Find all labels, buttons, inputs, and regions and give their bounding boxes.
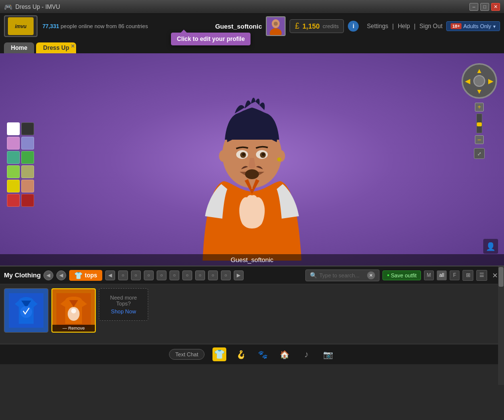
clothing-item-selected[interactable]: — Remove	[51, 288, 96, 333]
category-nav-button[interactable]: ◀	[105, 270, 115, 280]
scrollbar-thumb[interactable]	[499, 267, 504, 287]
view-list-button[interactable]: ☰	[476, 270, 487, 281]
clothing-item[interactable]	[4, 288, 48, 333]
adults-only-dropdown-arrow: ▾	[493, 24, 496, 29]
window-title: Dress Up - IMVU	[15, 3, 467, 10]
home-icon-button[interactable]: 🏠	[278, 347, 292, 361]
adults-only-selector[interactable]: 18+ Adults Only ▾	[446, 21, 500, 31]
close-button[interactable]: ✕	[491, 3, 500, 11]
person-icon[interactable]: 👤	[483, 239, 498, 254]
info-button[interactable]: i	[348, 21, 359, 32]
signout-link[interactable]: Sign Out	[420, 23, 443, 30]
clothing-panel: My Clothing ◀ ◀ 👕 tops ◀ ○ ○ ○ ○ ○ ○ ○ ○…	[0, 266, 504, 344]
size-f-button[interactable]: F	[450, 270, 460, 280]
search-box[interactable]: 🔍 Type to search... ✕	[305, 269, 379, 281]
username-label[interactable]: Guest_softonic	[215, 23, 262, 30]
avatar-viewport[interactable]: ▲ ▼ ◀ ▶ + – ⤢ Guest_softonic 👤	[0, 53, 504, 266]
pet-icon-button[interactable]: 🐾	[256, 347, 270, 361]
help-link[interactable]: Help	[398, 23, 410, 30]
svg-point-13	[242, 153, 245, 156]
online-info: 77,331 people online now from 86 countri…	[42, 23, 215, 29]
svg-point-14	[262, 153, 265, 156]
category-icon-9[interactable]: ○	[221, 270, 231, 280]
category-icon-6[interactable]: ○	[182, 270, 192, 280]
color-swatch[interactable]	[21, 137, 34, 150]
color-swatch[interactable]	[21, 165, 34, 178]
color-swatch[interactable]	[7, 122, 20, 135]
text-chat-button[interactable]: Text Chat	[169, 349, 205, 360]
tab-dressup[interactable]: Dress Up ✕	[36, 42, 76, 53]
color-swatch[interactable]	[7, 137, 20, 150]
category-icon-7[interactable]: ○	[195, 270, 205, 280]
clothing-panel-header: My Clothing ◀ ◀ 👕 tops ◀ ○ ○ ○ ○ ○ ○ ○ ○…	[0, 267, 504, 284]
shirt-icon-button[interactable]: 👕	[212, 347, 226, 361]
category-icon-2[interactable]: ○	[131, 270, 141, 280]
shop-now-link[interactable]: Shop Now	[103, 308, 144, 314]
category-nav-next-button[interactable]: ▶	[234, 270, 244, 280]
color-swatch[interactable]	[7, 194, 20, 207]
remove-item-label[interactable]: — Remove	[52, 325, 95, 332]
color-swatch[interactable]	[21, 151, 34, 164]
tab-home[interactable]: Home	[4, 42, 34, 53]
zoom-handle[interactable]	[477, 122, 482, 126]
adults-only-badge: 18+	[451, 23, 461, 29]
top-navigation-bar: imvu 77,331 people online now from 86 co…	[0, 14, 504, 38]
credits-display: £ 1,150 credits	[290, 19, 344, 33]
color-swatch[interactable]	[21, 180, 34, 192]
bottom-toolbar: Text Chat 👕 🪝 🐾 🏠 ♪ 📷	[0, 344, 504, 364]
clothing-nav-prev-button[interactable]: ◀	[43, 270, 53, 280]
category-icon-5[interactable]: ○	[169, 270, 179, 280]
save-outfit-button[interactable]: ● Save outfit	[382, 270, 421, 280]
need-more-text: Need more Tops?	[103, 295, 144, 306]
logo-text: imvu	[8, 17, 34, 35]
zoom-minus-button[interactable]: –	[475, 135, 484, 144]
3d-controls: ▲ ▼ ◀ ▶ + – ⤢	[462, 63, 497, 159]
color-swatch[interactable]	[7, 151, 20, 164]
tab-close-icon[interactable]: ✕	[71, 43, 75, 49]
size-all-button[interactable]: all	[437, 270, 447, 280]
dpad-down-arrow[interactable]: ▼	[476, 87, 483, 95]
color-swatch[interactable]	[21, 194, 34, 207]
settings-link[interactable]: Settings	[367, 23, 388, 30]
minimize-button[interactable]: –	[469, 3, 478, 11]
category-icon-4[interactable]: ○	[157, 270, 167, 280]
color-swatch[interactable]	[7, 180, 20, 192]
separator2: |	[414, 23, 416, 30]
user-area: Guest_softonic £ 1,150 credits i Setting…	[215, 16, 500, 36]
clothing-nav-prev2-button[interactable]: ◀	[56, 270, 66, 280]
search-placeholder: Type to search...	[319, 272, 359, 278]
right-navigation: Settings | Help | Sign Out	[367, 23, 442, 30]
category-icon-3[interactable]: ○	[144, 270, 154, 280]
maximize-button[interactable]: □	[480, 3, 489, 11]
zoom-plus-button[interactable]: +	[475, 103, 484, 112]
expand-button[interactable]: ⤢	[474, 148, 485, 159]
credits-label: credits	[323, 23, 338, 29]
tops-category-button[interactable]: 👕 tops	[69, 270, 102, 281]
tops-icon: 👕	[74, 271, 83, 279]
avatar-thumbnail[interactable]	[266, 16, 286, 36]
profile-tooltip[interactable]: Click to edit your profile	[171, 33, 251, 45]
clear-search-button[interactable]: ✕	[367, 271, 375, 279]
save-outfit-label: Save outfit	[391, 272, 417, 278]
zoom-slider[interactable]	[476, 114, 482, 133]
color-swatch[interactable]	[7, 165, 20, 178]
avatar-figure	[168, 73, 336, 266]
hanger-icon-button[interactable]: 🪝	[234, 347, 248, 361]
dpad-control[interactable]: ▲ ▼ ◀ ▶	[462, 63, 497, 99]
panel-scrollbar[interactable]	[498, 267, 504, 385]
music-icon-button[interactable]: ♪	[299, 347, 313, 361]
size-m-button[interactable]: M	[424, 270, 434, 280]
dpad-up-arrow[interactable]: ▲	[476, 67, 483, 75]
imvu-logo[interactable]: imvu	[4, 15, 38, 37]
dpad-right-arrow[interactable]: ▶	[488, 77, 494, 85]
credits-amount: 1,150	[302, 22, 320, 30]
category-icon-1[interactable]: ○	[118, 270, 128, 280]
svg-point-3	[274, 22, 278, 26]
camera-icon-button[interactable]: 📷	[321, 347, 335, 361]
category-icon-8[interactable]: ○	[208, 270, 218, 280]
dpad-left-arrow[interactable]: ◀	[465, 77, 470, 85]
clothing-items-grid: — Remove Need more Tops? Shop Now	[0, 284, 504, 344]
view-grid-button[interactable]: ⊞	[462, 270, 473, 281]
svg-point-15	[245, 169, 259, 179]
color-swatch[interactable]	[21, 122, 34, 135]
